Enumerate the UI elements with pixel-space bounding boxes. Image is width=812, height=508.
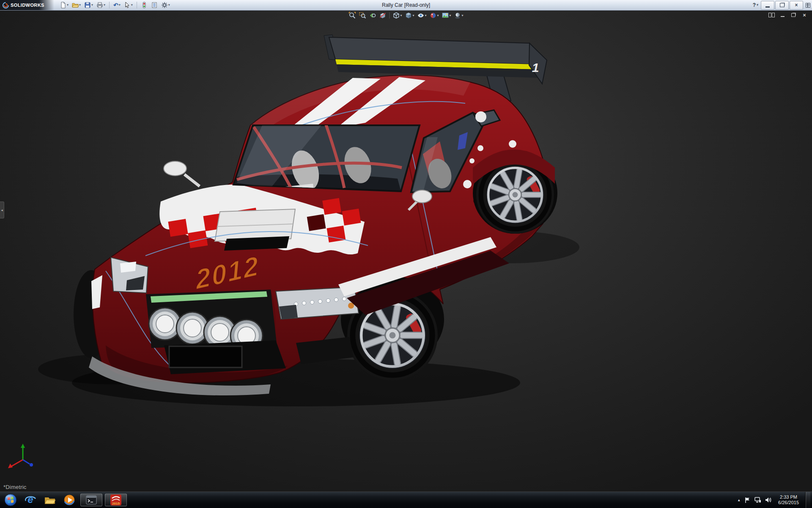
view-settings-icon — [454, 12, 461, 19]
windows-taskbar: e — [0, 491, 812, 508]
media-player-icon — [63, 494, 75, 506]
close-icon: × — [795, 3, 798, 8]
section-view-button[interactable] — [378, 11, 387, 20]
previous-view-button[interactable] — [368, 11, 377, 20]
clock-time: 2:33 PM — [778, 494, 799, 500]
print-button[interactable]: ▾ — [95, 1, 107, 10]
volume-icon[interactable] — [765, 497, 772, 503]
previous-view-icon — [369, 12, 376, 19]
rebuild-button[interactable] — [140, 1, 149, 10]
viewport-panes-button[interactable] — [767, 11, 776, 18]
file-properties-icon — [151, 2, 158, 8]
hide-show-eye-icon — [417, 12, 424, 19]
doc-close-button[interactable]: × — [800, 11, 809, 18]
heads-up-view-toolbar: ▾ ▾ ▾ ▾ ▾ ▾ — [347, 11, 464, 20]
open-folder-icon — [72, 2, 79, 8]
ds-logo-icon — [3, 2, 9, 8]
solidworks-app-icon: 2015 — [110, 494, 122, 506]
command-prompt-icon — [86, 495, 97, 505]
new-button[interactable]: ▾ — [58, 1, 70, 10]
tray-clock[interactable]: 2:33 PM 6/26/2015 — [776, 494, 801, 505]
toolbar-options-icon[interactable] — [806, 3, 810, 8]
orientation-triad — [6, 441, 36, 472]
save-floppy-icon — [84, 2, 91, 8]
start-orb-icon — [4, 493, 17, 507]
network-icon[interactable] — [754, 497, 761, 503]
action-center-flag-icon[interactable] — [744, 497, 751, 503]
section-view-icon — [379, 12, 386, 19]
file-properties-button[interactable] — [150, 1, 159, 10]
command-prompt-button[interactable] — [80, 494, 102, 506]
wing-number-decal: 1 — [532, 61, 539, 75]
save-button[interactable]: ▾ — [83, 1, 94, 10]
app-logo: SOLIDWORKS — [0, 0, 54, 10]
view-orientation-cube-icon — [392, 12, 400, 19]
zoom-to-area-button[interactable] — [357, 11, 367, 20]
hud-separator — [389, 12, 390, 19]
options-gear-icon — [161, 2, 168, 8]
titlebar-controls: ? ▾ × — [751, 1, 812, 10]
new-document-icon — [60, 2, 66, 8]
windows-explorer-button[interactable] — [41, 494, 58, 506]
help-icon: ? — [753, 2, 756, 8]
start-button[interactable] — [0, 492, 21, 508]
solidworks-version-badge: 2015 — [112, 502, 120, 505]
viewport-panes-icon — [768, 13, 775, 17]
help-button[interactable]: ? ▾ — [751, 2, 760, 8]
folder-icon — [44, 494, 56, 506]
close-button[interactable]: × — [790, 1, 803, 10]
view-settings-button[interactable]: ▾ — [453, 11, 465, 20]
zoom-to-fit-icon — [348, 12, 356, 19]
doc-restore-button[interactable] — [789, 11, 798, 18]
system-tray: ▲ 2:33 PM 6/26/2015 — [737, 492, 812, 508]
undo-icon: ↶ — [113, 2, 118, 8]
internet-explorer-button[interactable]: e — [22, 494, 39, 506]
open-button[interactable]: ▾ — [71, 1, 82, 10]
hidden-icons-button[interactable]: ▲ — [737, 498, 741, 502]
restore-button[interactable] — [775, 1, 789, 10]
taskbar-apps: e — [22, 494, 127, 506]
edit-appearance-ball-icon — [430, 12, 437, 19]
internet-explorer-icon: e — [25, 494, 36, 506]
clock-date: 6/26/2015 — [778, 500, 799, 505]
minimize-button[interactable] — [761, 1, 774, 10]
minimize-icon — [765, 6, 770, 8]
graphics-area[interactable]: ▾ ▾ ▾ ▾ ▾ ▾ — [0, 10, 812, 492]
undo-button[interactable]: ↶ ▾ — [112, 1, 122, 10]
display-style-button[interactable]: ▾ — [403, 11, 415, 20]
document-window-controls: × — [767, 11, 809, 18]
view-orientation-button[interactable]: ▾ — [391, 11, 403, 20]
solidworks-window: SOLIDWORKS ▾ ▾ ▾ ▾ ↶ ▾ — [0, 0, 812, 508]
license-plate — [169, 346, 242, 367]
view-orientation-label: *Dimetric — [3, 484, 27, 490]
options-button[interactable]: ▾ — [160, 1, 171, 10]
standard-toolbar: ▾ ▾ ▾ ▾ ↶ ▾ ▾ — [58, 1, 171, 10]
toolbar-separator — [137, 2, 137, 8]
display-style-cube-icon — [405, 12, 412, 19]
svg-text:e: e — [27, 494, 33, 505]
apply-scene-icon — [442, 12, 449, 19]
doc-minimize-icon — [781, 16, 785, 17]
select-button[interactable]: ▾ — [123, 1, 134, 10]
edit-appearance-button[interactable]: ▾ — [428, 11, 440, 20]
solidworks-taskbar-button[interactable]: 2015 — [105, 494, 127, 506]
apply-scene-button[interactable]: ▾ — [441, 11, 453, 20]
media-player-button[interactable] — [61, 494, 78, 506]
show-desktop-button[interactable] — [805, 492, 810, 508]
doc-close-icon: × — [803, 12, 806, 18]
zoom-to-area-icon — [359, 12, 366, 19]
printer-icon — [96, 2, 103, 8]
doc-restore-icon — [791, 13, 796, 17]
select-cursor-icon — [124, 2, 131, 8]
restore-icon — [780, 3, 785, 7]
zoom-to-fit-button[interactable] — [347, 11, 357, 20]
doc-minimize-button[interactable] — [778, 11, 787, 18]
rebuild-stoplight-icon — [141, 2, 148, 8]
brand-label: SOLIDWORKS — [11, 3, 44, 8]
toolbar-separator — [109, 2, 110, 8]
hide-show-items-button[interactable]: ▾ — [416, 11, 428, 20]
titlebar: SOLIDWORKS ▾ ▾ ▾ ▾ ↶ ▾ — [0, 0, 812, 11]
rally-car-model[interactable]: 1 — [0, 10, 812, 492]
